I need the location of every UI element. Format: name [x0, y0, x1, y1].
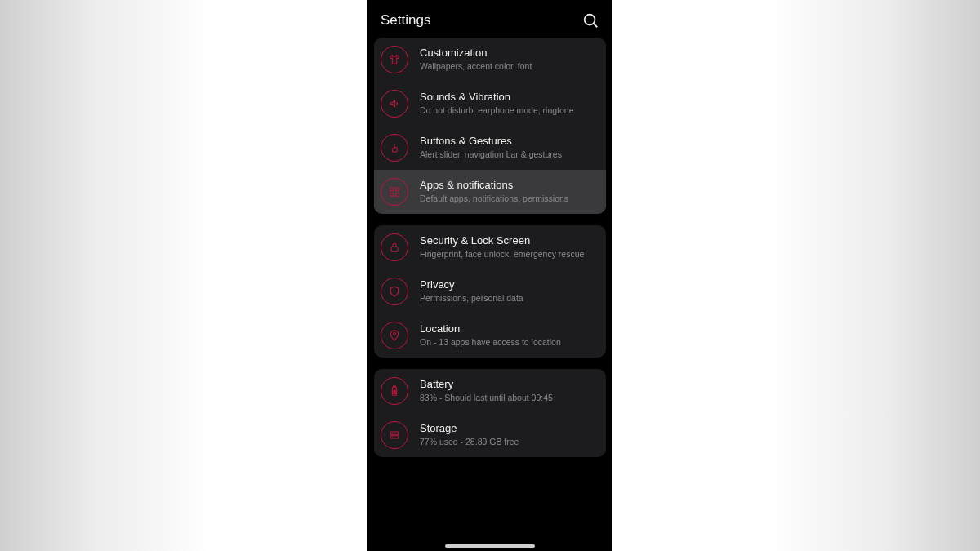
row-subtitle: 83% - Should last until about 09:45 [420, 393, 598, 404]
settings-row-customization[interactable]: Customization Wallpapers, accent color, … [374, 38, 606, 82]
row-title: Location [420, 322, 598, 335]
phone-frame: Settings Customization Wallpapers, accen… [368, 0, 612, 551]
svg-point-7 [393, 332, 395, 335]
settings-row-storage[interactable]: Storage 77% used - 28.89 GB free [374, 413, 606, 457]
bg-gradient-left [0, 0, 212, 551]
row-subtitle: 77% used - 28.89 GB free [420, 437, 598, 448]
row-texts: Customization Wallpapers, accent color, … [420, 47, 598, 73]
row-title: Security & Lock Screen [420, 234, 598, 247]
svg-rect-9 [394, 386, 396, 387]
svg-rect-10 [393, 390, 395, 394]
shield-icon [381, 278, 408, 305]
settings-row-security[interactable]: Security & Lock Screen Fingerprint, face… [374, 225, 606, 269]
svg-line-1 [594, 24, 597, 27]
svg-rect-3 [395, 188, 399, 191]
row-title: Battery [420, 378, 598, 391]
settings-row-apps[interactable]: Apps & notifications Default apps, notif… [374, 170, 606, 214]
row-texts: Privacy Permissions, personal data [420, 278, 598, 304]
settings-row-privacy[interactable]: Privacy Permissions, personal data [374, 269, 606, 313]
svg-rect-2 [390, 188, 394, 191]
row-subtitle: Do not disturb, earphone mode, ringtone [420, 105, 598, 117]
settings-group: Battery 83% - Should last until about 09… [374, 369, 606, 457]
settings-group: Security & Lock Screen Fingerprint, face… [374, 225, 606, 358]
svg-rect-5 [395, 193, 399, 196]
svg-point-13 [392, 433, 393, 433]
gesture-icon [381, 134, 408, 162]
row-subtitle: On - 13 apps have access to location [420, 337, 598, 349]
row-subtitle: Alert slider, navigation bar & gestures [420, 149, 598, 161]
storage-icon [381, 421, 408, 449]
svg-rect-11 [390, 432, 398, 434]
nav-bar-handle[interactable] [445, 544, 535, 548]
battery-icon [381, 377, 408, 405]
svg-rect-4 [390, 193, 394, 196]
row-subtitle: Wallpapers, accent color, font [420, 61, 598, 73]
row-title: Sounds & Vibration [420, 91, 598, 104]
page-title: Settings [381, 12, 430, 29]
svg-point-14 [392, 437, 393, 438]
row-texts: Sounds & Vibration Do not disturb, earph… [420, 91, 598, 117]
bg-gradient-right [768, 0, 980, 551]
svg-rect-12 [390, 436, 398, 438]
tshirt-icon [381, 46, 408, 73]
row-texts: Storage 77% used - 28.89 GB free [420, 422, 598, 448]
row-texts: Security & Lock Screen Fingerprint, face… [420, 234, 598, 260]
settings-header: Settings [368, 0, 612, 38]
stage: Settings Customization Wallpapers, accen… [0, 0, 980, 551]
settings-group: Customization Wallpapers, accent color, … [374, 38, 606, 214]
apps-icon [381, 178, 408, 206]
row-texts: Battery 83% - Should last until about 09… [420, 378, 598, 404]
row-texts: Buttons & Gestures Alert slider, navigat… [420, 135, 598, 161]
row-title: Storage [420, 422, 598, 435]
row-title: Buttons & Gestures [420, 135, 598, 148]
row-subtitle: Permissions, personal data [420, 293, 598, 304]
settings-content: Customization Wallpapers, accent color, … [368, 38, 612, 457]
settings-row-sounds[interactable]: Sounds & Vibration Do not disturb, earph… [374, 82, 606, 126]
search-icon [581, 11, 599, 29]
row-title: Customization [420, 47, 598, 60]
search-button[interactable] [581, 11, 599, 29]
row-texts: Apps & notifications Default apps, notif… [420, 179, 598, 205]
row-title: Privacy [420, 278, 598, 291]
pin-icon [381, 322, 408, 349]
settings-row-buttons[interactable]: Buttons & Gestures Alert slider, navigat… [374, 126, 606, 170]
svg-rect-6 [391, 247, 398, 251]
settings-row-location[interactable]: Location On - 13 apps have access to loc… [374, 313, 606, 358]
row-subtitle: Default apps, notifications, permissions [420, 193, 598, 205]
lock-icon [381, 233, 408, 261]
volume-icon [381, 90, 408, 118]
row-subtitle: Fingerprint, face unlock, emergency resc… [420, 249, 598, 260]
settings-row-battery[interactable]: Battery 83% - Should last until about 09… [374, 369, 606, 413]
row-texts: Location On - 13 apps have access to loc… [420, 322, 598, 349]
row-title: Apps & notifications [420, 179, 598, 192]
svg-point-0 [585, 15, 595, 25]
